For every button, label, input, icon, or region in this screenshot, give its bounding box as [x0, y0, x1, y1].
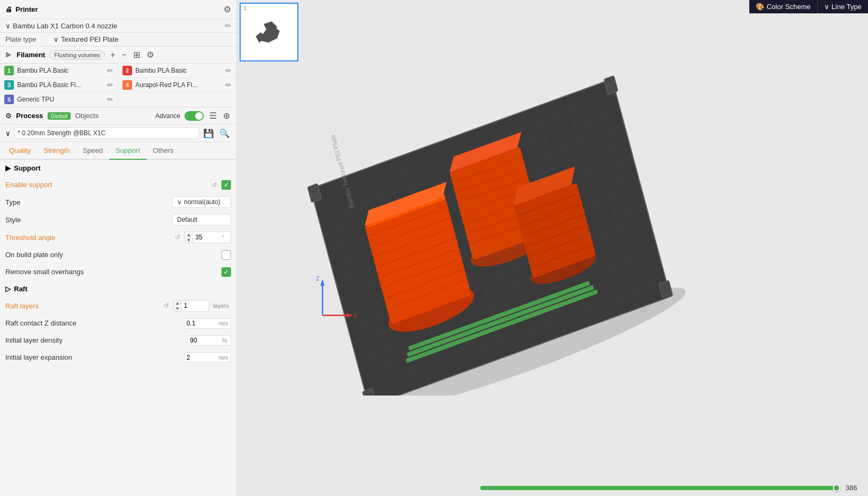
raft-layers-up[interactable]: ▲ [174, 300, 181, 306]
layer-slider-thumb[interactable] [833, 484, 840, 492]
filament-list-button[interactable]: ⊞ [132, 50, 141, 60]
process-global-tag[interactable]: Global [48, 112, 71, 120]
initial-layer-density-input[interactable] [188, 336, 220, 345]
color-scheme-button[interactable]: 🎨 Color Scheme [749, 0, 817, 13]
threshold-angle-unit: ° [220, 233, 231, 242]
tab-strength[interactable]: Strength [37, 142, 76, 160]
printer-section: 🖨 Printer ⚙ [0, 0, 236, 19]
type-label: Type [5, 198, 172, 206]
printer-edit-button[interactable]: ✏ [225, 21, 231, 30]
raft-layers-input[interactable] [182, 301, 209, 311]
raft-layers-reset[interactable]: ↺ [164, 302, 169, 309]
threshold-angle-arrows: ▲ ▼ [185, 232, 193, 243]
plate-dropdown-icon: ∨ [53, 35, 59, 43]
threshold-angle-input[interactable] [193, 232, 220, 242]
filament-settings-button[interactable]: ⚙ [145, 50, 155, 60]
printer-label: Printer [16, 5, 38, 13]
profile-search-button[interactable]: 🔍 [218, 128, 231, 138]
remove-overhangs-checkbox[interactable]: ✓ [221, 267, 231, 277]
layer-slider-track[interactable] [480, 486, 840, 490]
filament-item-4[interactable]: 4 Aurapol-Red PLA Fl... ✏ [118, 78, 236, 92]
filament-item-5[interactable]: 5 Generic TPU ✏ [0, 92, 118, 107]
tab-quality[interactable]: Quality [3, 142, 37, 160]
enable-support-reset[interactable]: ↺ [212, 181, 217, 189]
process-compare-button[interactable]: ⊕ [222, 111, 231, 121]
filament-add-button[interactable]: + [109, 50, 116, 60]
flushing-volumes-button[interactable]: Flushing volumes [49, 50, 105, 60]
printer-settings-button[interactable]: ⚙ [224, 4, 231, 14]
build-plate-svg: Bambu Textured PEI Plate [280, 32, 697, 396]
process-list-button[interactable]: ☰ [208, 111, 218, 121]
style-field[interactable]: Default [172, 214, 231, 226]
tab-support[interactable]: Support [109, 142, 147, 160]
printer-name-row: ∨ Bambu Lab X1 Carbon 0.4 nozzle ✏ [0, 19, 236, 33]
plate-type-value[interactable]: ∨ Textured PEI Plate [53, 35, 119, 43]
process-icon: ⚙ [5, 112, 12, 120]
threshold-angle-value: ↺ ▲ ▼ ° [175, 231, 231, 243]
support-collapse-icon[interactable]: ▶ [5, 164, 11, 172]
initial-layer-expansion-field: mm [184, 352, 231, 363]
threshold-angle-up[interactable]: ▲ [185, 232, 193, 237]
filament-item-2[interactable]: 2 Bambu PLA Basic ✏ [118, 64, 236, 78]
on-build-plate-checkbox[interactable] [221, 250, 231, 260]
line-type-button[interactable]: ∨ Line Type [817, 0, 868, 13]
type-select[interactable]: ∨ normal(auto) [172, 196, 231, 208]
line-type-label: Line Type [832, 3, 862, 11]
process-objects-tag[interactable]: Objects [75, 112, 98, 120]
filament-item-1[interactable]: 1 Bambu PLA Basic ✏ [0, 64, 118, 78]
process-header: ⚙ Process Global Objects Advance ☰ ⊕ [0, 107, 236, 125]
raft-layers-value: ↺ ▲ ▼ layers [164, 300, 231, 312]
profile-save-button[interactable]: 💾 [202, 128, 215, 138]
threshold-angle-reset[interactable]: ↺ [175, 234, 180, 241]
filament-remove-button[interactable]: − [120, 50, 127, 60]
tab-others[interactable]: Others [147, 142, 180, 160]
raft-layers-field: ▲ ▼ [173, 300, 209, 312]
palette-icon: 🎨 [756, 3, 764, 11]
left-panel: 🖨 Printer ⚙ ∨ Bambu Lab X1 Carbon 0.4 no… [0, 0, 237, 496]
top-bar: 🎨 Color Scheme ∨ Line Type [749, 0, 868, 13]
initial-layer-density-field: % [187, 335, 231, 346]
advance-toggle[interactable] [185, 111, 204, 121]
raft-contact-value: mm [184, 318, 231, 329]
tab-speed[interactable]: Speed [76, 142, 110, 160]
raft-collapse-icon[interactable]: ▷ [5, 285, 11, 293]
advance-label: Advance [155, 112, 180, 120]
setting-row-raft-contact: Raft contact Z distance mm [0, 315, 236, 332]
raft-section-title: Raft [14, 285, 27, 293]
raft-layers-down[interactable]: ▼ [174, 306, 181, 311]
raft-layers-arrows: ▲ ▼ [174, 300, 182, 311]
initial-layer-density-unit: % [220, 336, 231, 345]
filament-item-3[interactable]: 3 Bambu PLA Basic Fl... ✏ [0, 78, 118, 92]
filament-name-3: Bambu PLA Basic Fl... [17, 81, 104, 89]
bottom-bar: 386 [474, 479, 868, 496]
profile-input[interactable] [14, 127, 199, 139]
plate-type-row: Plate type ∨ Textured PEI Plate [0, 33, 236, 46]
filament-name-4: Aurapol-Red PLA Fl... [135, 81, 222, 89]
enable-support-value: ↺ ✓ [212, 180, 231, 190]
initial-layer-expansion-value: mm [184, 352, 231, 363]
filament-icon: ⫸ [5, 51, 12, 59]
filament-edit-1[interactable]: ✏ [107, 66, 113, 75]
filament-name-5: Generic TPU [17, 96, 104, 103]
raft-contact-input[interactable] [185, 319, 217, 328]
filament-section: ⫸ Filament Flushing volumes + − ⊞ ⚙ 1 Ba… [0, 46, 236, 107]
setting-row-type: Type ∨ normal(auto) [0, 193, 236, 211]
threshold-angle-field: ▲ ▼ ° [185, 231, 231, 243]
svg-marker-73 [320, 279, 325, 286]
right-area: 🎨 Color Scheme ∨ Line Type 1 [237, 0, 868, 496]
filament-edit-4[interactable]: ✏ [225, 81, 232, 89]
viewport[interactable]: Bambu Textured PEI Plate [237, 0, 868, 496]
initial-layer-density-label: Initial layer density [5, 336, 187, 344]
filament-edit-3[interactable]: ✏ [107, 81, 113, 89]
support-section-header: ▶ Support [0, 160, 236, 176]
initial-layer-expansion-unit: mm [217, 353, 231, 362]
initial-layer-expansion-input[interactable] [185, 353, 217, 362]
setting-row-threshold-angle: Threshold angle ↺ ▲ ▼ ° [0, 229, 236, 246]
filament-edit-5[interactable]: ✏ [107, 95, 113, 104]
filament-edit-2[interactable]: ✏ [225, 66, 232, 75]
filament-num-1: 1 [4, 66, 14, 75]
enable-support-checkbox[interactable]: ✓ [221, 180, 231, 190]
raft-layers-unit: layers [211, 301, 231, 310]
initial-layer-expansion-label: Initial layer expansion [5, 353, 184, 361]
threshold-angle-down[interactable]: ▼ [185, 237, 193, 243]
